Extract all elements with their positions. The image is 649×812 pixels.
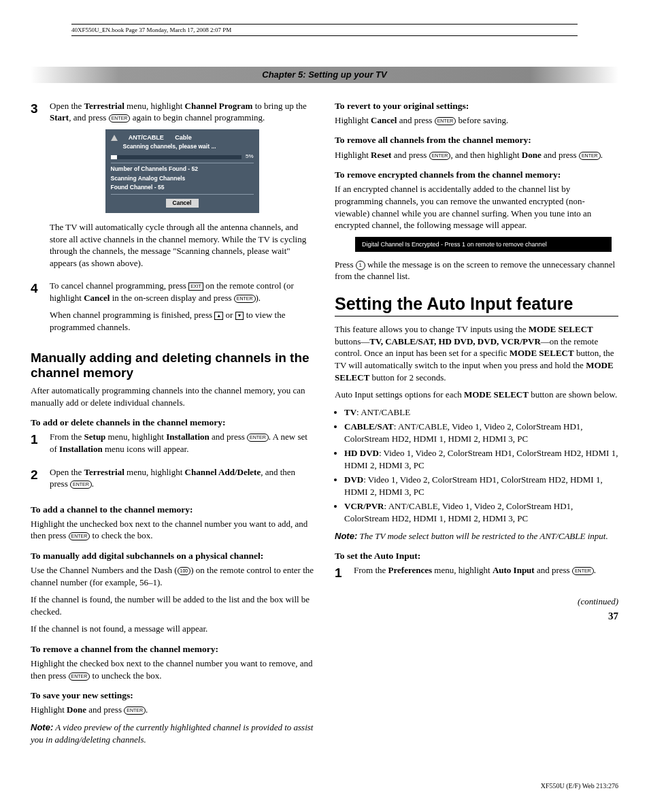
subheading: To revert to your original settings: xyxy=(335,100,618,112)
bold: Setup xyxy=(84,432,106,442)
text: Open the xyxy=(50,101,84,111)
encrypted-message-box: Digital Channel Is Encrypted - Press 1 o… xyxy=(355,237,612,252)
bold: CABLE/SAT xyxy=(344,421,394,432)
step-4: 4 To cancel channel programming, press E… xyxy=(31,280,314,338)
text: From the xyxy=(50,432,84,442)
text: : Video 1, Video 2, ColorStream HD1, Col… xyxy=(344,474,603,497)
bold: Terrestrial xyxy=(84,467,124,477)
bold: Installation xyxy=(166,432,210,442)
input-options-list: TV: ANT/CABLE CABLE/SAT: ANT/CABLE, Vide… xyxy=(335,406,618,525)
heading-rule xyxy=(335,316,618,316)
text: When channel programming is finished, pr… xyxy=(50,310,214,320)
osd-percent: 5% xyxy=(246,153,254,161)
exit-key-icon: EXIT xyxy=(188,282,203,291)
osd-tab: ANT/CABLE xyxy=(129,134,164,141)
dash-100-icon: 100 xyxy=(178,567,191,575)
text: , and then highlight xyxy=(450,150,521,160)
step-body: From the Preferences menu, highlight Aut… xyxy=(354,564,618,582)
text: menu, highlight xyxy=(432,565,493,575)
bold: Cancel xyxy=(84,293,110,303)
bold: Preferences xyxy=(388,565,432,575)
page-number: 37 xyxy=(335,609,618,623)
paragraph: The TV will automatically cycle through … xyxy=(50,221,314,269)
text: and press xyxy=(535,565,572,575)
text: . xyxy=(601,150,603,160)
text: From the xyxy=(354,565,388,575)
text: . xyxy=(92,478,94,489)
subheading: To add or delete channels in the channel… xyxy=(31,417,314,429)
right-column: To revert to your original settings: Hig… xyxy=(335,100,618,751)
text: To cancel channel programming, press xyxy=(50,280,188,291)
text: Highlight xyxy=(335,150,371,160)
bold: Installation xyxy=(59,444,103,454)
text: buttons— xyxy=(335,336,369,346)
text: before saving. xyxy=(456,115,508,125)
text: and press xyxy=(397,115,434,125)
list-item: TV: ANT/CABLE xyxy=(344,406,618,419)
note: Note: The TV mode select button will be … xyxy=(335,530,618,542)
text: Highlight xyxy=(31,704,67,715)
bold: VCR/PVR xyxy=(344,501,384,511)
text: again to begin channel programming. xyxy=(130,112,265,123)
text: and press xyxy=(210,432,247,442)
note-label: Note: xyxy=(335,531,357,541)
note-text: The TV mode select button will be restri… xyxy=(357,531,608,541)
main-heading: Setting the Auto Input feature xyxy=(335,295,618,314)
text: Auto Input settings options for each xyxy=(335,389,464,400)
bold: MODE SELECT xyxy=(510,348,574,358)
enter-icon: ENTER xyxy=(124,707,146,715)
text: while the message is on the screen to re… xyxy=(335,259,615,282)
enter-icon: ENTER xyxy=(70,481,92,489)
step-body: Open the Terrestrial menu, highlight Cha… xyxy=(50,466,314,496)
paragraph: If an encrypted channel is accidentally … xyxy=(335,183,618,231)
bold: Start xyxy=(50,112,69,123)
bold: Channel Program xyxy=(185,101,253,111)
step-number: 1 xyxy=(31,431,50,449)
subheading: To add a channel to the channel memory: xyxy=(31,504,314,516)
alert-icon xyxy=(111,135,118,141)
enter-icon: ENTER xyxy=(69,672,90,681)
step-3: 3 Open the Terrestrial menu, highlight C… xyxy=(31,100,314,275)
list-item: CABLE/SAT: ANT/CABLE, Video 1, Video 2, … xyxy=(344,421,618,444)
enter-icon: ENTER xyxy=(572,567,594,575)
subheading: To remove all channels from the channel … xyxy=(335,134,618,146)
footer-text: XF550U (E/F) Web 213:276 xyxy=(31,781,618,791)
enter-icon: ENTER xyxy=(247,434,269,442)
text: button are shown below. xyxy=(529,389,617,400)
bold: Done xyxy=(67,704,86,715)
step-number: 2 xyxy=(31,466,50,484)
text: to uncheck the box. xyxy=(90,670,161,681)
text: and press xyxy=(542,150,579,160)
text: Highlight xyxy=(335,115,371,125)
text: or xyxy=(223,310,235,320)
step-body: From the Setup menu, highlight Installat… xyxy=(50,431,314,460)
bold: Reset xyxy=(371,150,391,160)
text: , and press xyxy=(69,112,109,123)
paragraph: If the channel is found, the number will… xyxy=(31,594,314,617)
osd-progress-bar xyxy=(111,155,242,159)
book-meta-line: 40XF550U_EN.book Page 37 Monday, March 1… xyxy=(71,24,578,36)
text: to check the box. xyxy=(90,530,152,540)
text: menu, highlight xyxy=(124,467,185,477)
substep-1: 1 From the Setup menu, highlight Install… xyxy=(31,431,314,460)
paragraph: If the channel is not found, a message w… xyxy=(31,623,314,635)
bold: TV xyxy=(344,407,356,417)
osd-scanning-text: Scanning channels, please wait ... xyxy=(123,143,254,150)
subheading: To save your new settings: xyxy=(31,689,314,702)
text: : Video 1, Video 2, ColorStream HD1, Col… xyxy=(344,448,618,470)
osd-analog: Scanning Analog Channels xyxy=(111,175,254,182)
bold: MODE SELECT xyxy=(464,389,529,400)
text: and press xyxy=(86,704,124,715)
chapter-heading: Chapter 5: Setting up your TV xyxy=(31,67,618,83)
ch-down-icon: ▼ xyxy=(235,312,244,320)
ch-up-icon: ▲ xyxy=(214,312,223,320)
one-key-icon: 1 xyxy=(356,261,365,270)
text: to bring up the xyxy=(252,101,306,111)
bold: HD DVD xyxy=(344,448,379,458)
substep-1: 1 From the Preferences menu, highlight A… xyxy=(335,564,618,582)
enter-icon: ENTER xyxy=(429,152,451,160)
enter-icon: ENTER xyxy=(579,152,601,160)
bold: Done xyxy=(522,150,542,160)
note-label: Note: xyxy=(31,722,53,732)
bold: Channel Add/Delete xyxy=(185,467,261,477)
